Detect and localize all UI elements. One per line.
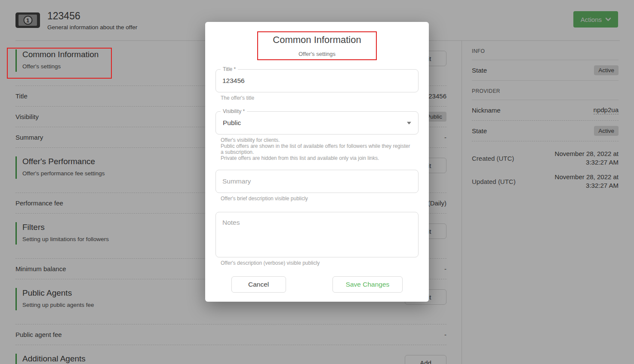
title-field-label: Title * bbox=[221, 66, 238, 72]
visibility-field-helper: Offer's visibility for clients. Public o… bbox=[221, 137, 413, 161]
visibility-field-label: Visibility * bbox=[221, 108, 247, 114]
notes-field-helper: Offer's description (verbose) visible pu… bbox=[221, 260, 413, 266]
notes-textarea[interactable] bbox=[216, 212, 418, 257]
cancel-button[interactable]: Cancel bbox=[231, 276, 286, 293]
summary-field bbox=[215, 170, 419, 193]
dialog-subtitle: Offer's settings bbox=[215, 51, 419, 57]
title-field-helper: The offer's title bbox=[221, 95, 413, 101]
dropdown-arrow-icon bbox=[407, 122, 411, 125]
save-changes-button[interactable]: Save Changes bbox=[332, 276, 403, 293]
dialog-actions: Cancel Save Changes bbox=[215, 276, 419, 293]
common-information-dialog: Common Information Offer's settings Titl… bbox=[205, 22, 429, 302]
visibility-selected-value: Public bbox=[223, 119, 241, 127]
visibility-select[interactable]: Visibility * Public bbox=[215, 111, 419, 135]
title-field: Title * bbox=[215, 69, 419, 92]
dialog-title: Common Information bbox=[215, 34, 419, 46]
summary-field-helper: Offer's brief description visible public… bbox=[221, 196, 413, 202]
title-input[interactable] bbox=[216, 70, 418, 92]
summary-input[interactable] bbox=[216, 170, 418, 193]
notes-field bbox=[215, 212, 419, 257]
